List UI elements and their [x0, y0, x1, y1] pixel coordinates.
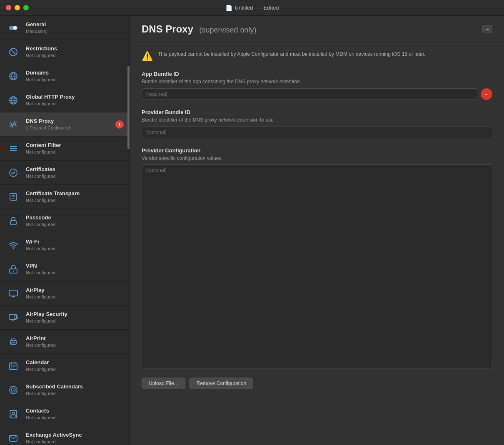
sidebar-item-label-wifi: Wi-Fi: [26, 239, 124, 246]
sidebar-item-label-vpn: VPN: [26, 263, 124, 270]
sidebar-item-sublabel-calendar: Not configured: [26, 366, 124, 372]
sidebar-item-label-certificate-transpare: Certificate Transpare: [26, 190, 124, 197]
airplay-icon: [6, 286, 21, 301]
sidebar-item-sublabel-global-http-proxy: Not configured: [26, 101, 124, 107]
dns-icon: [6, 117, 21, 132]
sidebar-item-global-http-proxy[interactable]: Global HTTP ProxyNot configured: [0, 88, 130, 112]
sidebar-item-exchange-activesync[interactable]: Exchange ActiveSyncNot configured: [0, 426, 130, 445]
sidebar-item-text-airprint: AirPrintNot configured: [26, 335, 124, 348]
sidebar-item-text-certificate-transpare: Certificate TranspareNot configured: [26, 190, 124, 203]
filter-icon: [6, 141, 21, 156]
sidebar-item-label-airplay: AirPlay: [26, 287, 124, 294]
sidebar-item-restrictions[interactable]: RestrictionsNot configured: [0, 40, 130, 64]
svg-marker-29: [11, 319, 15, 321]
sidebar-item-sublabel-exchange-activesync: Not configured: [26, 439, 124, 445]
sidebar-item-wifi[interactable]: Wi-FiNot configured: [0, 233, 130, 257]
sidebar-item-text-exchange-activesync: Exchange ActiveSyncNot configured: [26, 432, 124, 445]
sidebar-item-label-general: General: [26, 21, 124, 28]
page-subtitle: (supervised only): [200, 26, 257, 34]
close-button[interactable]: [6, 5, 11, 10]
sidebar-item-sublabel-airplay-security: Not configured: [26, 318, 124, 324]
svg-point-45: [13, 389, 14, 390]
main-content: DNS Proxy (supervised only) − ⚠️ This pa…: [130, 16, 504, 445]
field-label-provider-configuration: Provider Configuration: [142, 147, 492, 154]
field-textarea-provider-configuration[interactable]: [142, 164, 492, 368]
sidebar-item-text-global-http-proxy: Global HTTP ProxyNot configured: [26, 94, 124, 107]
title-text: Untitled: [235, 5, 253, 11]
field-group-app-bundle-id: App Bundle IDBundle identifier of the ap…: [142, 71, 492, 100]
field-input-app-bundle-id[interactable]: [142, 88, 477, 100]
svg-point-25: [13, 270, 14, 271]
svg-rect-22: [10, 221, 16, 225]
sidebar-item-label-certificates: Certificates: [26, 166, 124, 173]
calendar-icon: [6, 358, 21, 373]
sidebar-badge-dns-proxy: 1: [115, 120, 124, 129]
sidebar-item-contacts[interactable]: ContactsNot configured: [0, 402, 130, 426]
sidebar-item-text-contacts: ContactsNot configured: [26, 408, 124, 420]
maximize-button[interactable]: [23, 5, 29, 10]
sidebar-item-general[interactable]: GeneralMandatory: [0, 16, 130, 40]
field-row-provider-bundle-id: [142, 127, 492, 138]
svg-line-3: [11, 50, 15, 54]
sidebar-item-text-general: GeneralMandatory: [26, 21, 124, 34]
sidebar-item-certificate-transpare[interactable]: Certificate TranspareNot configured: [0, 185, 130, 209]
sidebar-item-sublabel-wifi: Not configured: [26, 246, 124, 251]
remove-configuration-button[interactable]: Remove Configuration: [190, 378, 253, 389]
sidebar-item-dns-proxy[interactable]: DNS Proxy1 Payload Configured1: [0, 112, 130, 137]
sidebar-scrollbar[interactable]: [127, 66, 130, 149]
sidebar-item-sublabel-certificates: Not configured: [26, 173, 124, 179]
remove-field-button-app-bundle-id[interactable]: [481, 88, 492, 100]
sidebar-item-airplay[interactable]: AirPlayNot configured: [0, 281, 130, 306]
field-desc-app-bundle-id: Bundle identifier of the app containing …: [142, 78, 492, 85]
minimize-button[interactable]: [15, 5, 20, 10]
sidebar-item-label-calendar: Calendar: [26, 359, 124, 366]
sidebar-item-label-exchange-activesync: Exchange ActiveSync: [26, 432, 124, 439]
subcal-icon: [6, 383, 21, 398]
sidebar-item-certificates[interactable]: CertificatesNot configured: [0, 161, 130, 185]
sidebar-item-passcode[interactable]: PasscodeNot configured: [0, 209, 130, 233]
warning-box: ⚠️ This payload cannot be installed by A…: [142, 50, 492, 62]
svg-rect-26: [9, 290, 17, 296]
sidebar-item-vpn[interactable]: VPNNot configured: [0, 257, 130, 281]
svg-rect-32: [12, 343, 15, 344]
sidebar-item-label-airplay-security: AirPlay Security: [26, 311, 124, 318]
sidebar-item-text-content-filter: Content FilterNot configured: [26, 142, 124, 155]
sidebar-item-content-filter[interactable]: Content FilterNot configured: [0, 137, 130, 161]
svg-point-33: [15, 341, 15, 342]
upload-file-button[interactable]: Upload File...: [142, 378, 185, 389]
sidebar-item-label-restrictions: Restrictions: [26, 45, 124, 52]
sidebar-item-text-dns-proxy: DNS Proxy1 Payload Configured: [26, 118, 115, 131]
collapse-button[interactable]: −: [482, 25, 492, 33]
sidebar-item-subscribed-calendars[interactable]: Subscribed CalendarsNot configured: [0, 378, 130, 402]
svg-rect-34: [10, 363, 17, 370]
sidebar-item-label-domains: Domains: [26, 70, 124, 77]
sidebar-item-label-airprint: AirPrint: [26, 335, 124, 342]
field-desc-provider-configuration: Vendor specific configuration values: [142, 155, 492, 162]
vpn-icon: [6, 262, 21, 277]
title-status: Edited: [264, 5, 279, 11]
sidebar-item-text-airplay: AirPlayNot configured: [26, 287, 124, 300]
field-desc-provider-bundle-id: Bundle identifier of the DNS proxy netwo…: [142, 117, 492, 124]
sidebar-item-label-dns-proxy: DNS Proxy: [26, 118, 115, 125]
sidebar-item-text-calendar: CalendarNot configured: [26, 359, 124, 372]
sidebar-item-airprint[interactable]: AirPrintNot configured: [0, 330, 130, 354]
sidebar-item-domains[interactable]: DomainsNot configured: [0, 64, 130, 88]
sidebar-item-calendar[interactable]: CalendarNot configured: [0, 354, 130, 378]
field-label-provider-bundle-id: Provider Bundle ID: [142, 109, 492, 115]
sidebar-item-sublabel-domains: Not configured: [26, 77, 124, 82]
sidebar-item-label-subscribed-calendars: Subscribed Calendars: [26, 383, 124, 390]
sidebar-item-text-restrictions: RestrictionsNot configured: [26, 45, 124, 58]
svg-point-23: [13, 248, 14, 249]
contacts-icon: [6, 407, 21, 422]
sidebar-item-airplay-security[interactable]: AirPlay SecurityNot configured: [0, 306, 130, 330]
svg-marker-27: [11, 296, 15, 298]
cert-icon: [6, 165, 21, 180]
sidebar-item-label-passcode: Passcode: [26, 214, 124, 221]
field-label-app-bundle-id: App Bundle ID: [142, 71, 492, 77]
sidebar-item-sublabel-content-filter: Not configured: [26, 149, 124, 155]
sidebar-item-text-vpn: VPNNot configured: [26, 263, 124, 276]
svg-point-1: [13, 26, 17, 30]
title-separator: —: [256, 5, 261, 11]
field-input-provider-bundle-id[interactable]: [142, 127, 492, 138]
page-title: DNS Proxy: [142, 23, 193, 35]
